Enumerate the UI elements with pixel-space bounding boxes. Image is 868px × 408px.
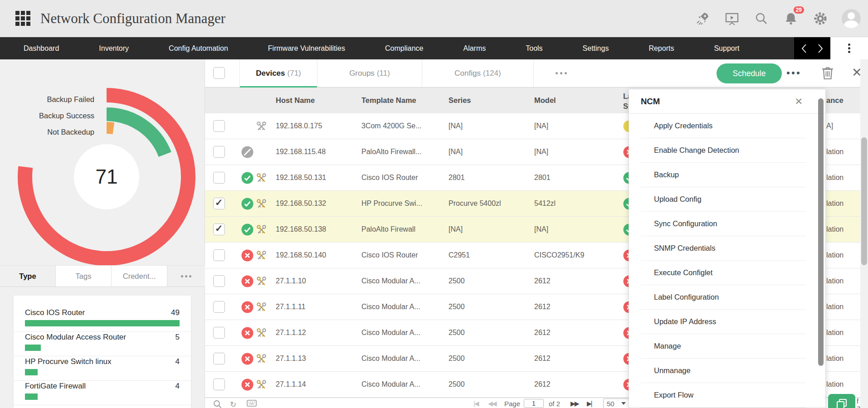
refresh-icon[interactable]: ↻ <box>230 400 236 408</box>
next-page-icon[interactable]: ▶▶ <box>571 400 579 407</box>
credentials-keys-icon <box>256 250 267 263</box>
ncm-menu-item-export-flow[interactable]: Export Flow <box>641 383 806 408</box>
ncm-menu-item-enable-change-detection[interactable]: Enable Change Detection <box>641 138 806 163</box>
ncm-menu-item-execute-configlet[interactable]: Execute Configlet <box>641 261 806 285</box>
ncm-panel-close-icon[interactable]: ✕ <box>795 96 803 107</box>
notification-bell-icon[interactable]: 29 <box>783 10 799 27</box>
col-series[interactable]: Series <box>449 87 471 113</box>
nav-item-reports[interactable]: Reports <box>629 37 694 59</box>
kebab-menu-icon[interactable] <box>848 42 850 54</box>
device-type-row-hp-procurve-switch-linux[interactable]: HP Procurve Switch linux4 <box>14 356 191 381</box>
series-cell: [NA] <box>449 113 463 139</box>
series-cell: 2801 <box>449 165 465 190</box>
page-scrollbar[interactable] <box>860 59 868 408</box>
credentials-keys-icon <box>256 379 267 392</box>
nav-item-settings[interactable]: Settings <box>563 37 629 59</box>
col-compliance-fragment[interactable]: ance <box>826 87 844 113</box>
more-actions-icon[interactable] <box>787 72 800 74</box>
trash-icon[interactable] <box>821 65 834 83</box>
row-checkbox[interactable] <box>213 120 225 132</box>
ncm-menu-item-manage[interactable]: Manage <box>641 334 806 359</box>
nav-item-dashboard[interactable]: Dashboard <box>4 37 79 59</box>
chevron-right-icon[interactable] <box>817 44 824 53</box>
device-type-row-fortigate-firewall[interactable]: FortiGate Firewall4 <box>14 381 191 405</box>
row-checkbox[interactable] <box>213 353 225 364</box>
row-checkbox[interactable] <box>213 223 225 235</box>
model-cell: 2612 <box>534 320 551 345</box>
row-checkbox[interactable] <box>213 172 225 184</box>
page-size-select[interactable]: 50 <box>603 398 629 408</box>
host-name-cell[interactable]: 27.1.1.14 <box>276 372 306 397</box>
device-type-row-cisco-modular-access-router[interactable]: Cisco Modular Access Router5 <box>14 332 191 356</box>
row-checkbox[interactable] <box>213 327 225 339</box>
page-number-input[interactable] <box>524 399 544 408</box>
nav-item-support[interactable]: Support <box>694 37 759 59</box>
sidebar-tabs-more-icon[interactable] <box>167 266 205 287</box>
select-all-checkbox[interactable] <box>213 67 225 79</box>
host-name-cell[interactable]: 27.1.1.13 <box>276 346 306 371</box>
ncm-menu-item-snmp-credentials[interactable]: SNMP Credentials <box>641 236 806 261</box>
chevron-left-icon[interactable] <box>801 44 807 53</box>
col-model[interactable]: Model <box>534 87 556 113</box>
nav-item-compliance[interactable]: Compliance <box>365 37 443 59</box>
ncm-menu-item-backup[interactable]: Backup <box>641 163 806 187</box>
col-template-name[interactable]: Template Name <box>361 87 416 113</box>
host-name-cell[interactable]: 27.1.1.12 <box>276 320 306 345</box>
row-checkbox[interactable] <box>213 379 225 390</box>
ncm-menu-item-label-configuration[interactable]: Label Configuration <box>641 285 806 310</box>
row-checkbox[interactable] <box>213 249 225 261</box>
host-name-cell[interactable]: 192.168.50.131 <box>276 165 326 190</box>
row-checkbox[interactable] <box>213 198 225 209</box>
sidebar-tab-credent[interactable]: Credent... <box>112 266 167 287</box>
schedule-button[interactable]: Schedule <box>717 63 782 83</box>
first-page-icon[interactable]: |◀ <box>473 400 478 407</box>
host-name-cell[interactable]: 27.1.1.11 <box>276 294 306 320</box>
host-name-cell[interactable]: 192.168.115.48 <box>276 139 326 165</box>
rocket-icon[interactable] <box>694 10 711 27</box>
row-checkbox[interactable] <box>213 275 225 287</box>
user-avatar[interactable] <box>842 9 861 28</box>
credentials-keys-icon <box>256 301 267 315</box>
ncm-menu-item-update-ip-address[interactable]: Update IP Address <box>641 310 806 334</box>
row-checkbox[interactable] <box>213 301 225 313</box>
ncm-menu-item-apply-credentials[interactable]: Apply Credentials <box>641 114 806 138</box>
host-name-cell[interactable]: 192.168.0.175 <box>276 113 322 139</box>
host-name-cell[interactable]: 192.168.50.132 <box>276 191 326 216</box>
ncm-menu-item-unmanage[interactable]: Unmanage <box>641 359 806 383</box>
page-scrollbar-thumb[interactable] <box>861 137 867 265</box>
sidebar-tab-type[interactable]: Type <box>0 266 56 287</box>
demo-player-icon[interactable] <box>724 10 740 27</box>
ncm-menu-item-sync-configuration[interactable]: Sync Configuration <box>641 212 806 236</box>
settings-gear-icon[interactable] <box>812 10 829 27</box>
device-type-bar <box>25 345 41 351</box>
nav-item-alarms[interactable]: Alarms <box>443 37 506 59</box>
col-host-name[interactable]: Host Name <box>276 87 315 113</box>
main-tabs-more-icon[interactable] <box>534 59 588 87</box>
nav-item-config-automation[interactable]: Config Automation <box>149 37 248 59</box>
tab-label: Configs <box>454 69 481 78</box>
tab-devices[interactable]: Devices(71) <box>239 59 317 87</box>
model-cell: 2612 <box>534 294 551 320</box>
ncm-panel-scrollbar[interactable] <box>818 98 824 366</box>
host-name-cell[interactable]: 27.1.1.10 <box>276 268 306 294</box>
export-copy-button[interactable] <box>828 394 855 408</box>
list-search-icon[interactable] <box>213 400 222 408</box>
search-icon[interactable] <box>753 10 770 27</box>
nav-items: DashboardInventoryConfig AutomationFirmw… <box>4 37 759 59</box>
host-name-cell[interactable]: 192.168.50.140 <box>276 243 326 268</box>
ncm-menu-item-upload-config[interactable]: Upload Config <box>641 187 806 212</box>
sidebar-tab-tags[interactable]: Tags <box>56 266 112 287</box>
tab-groups[interactable]: Groups(11) <box>317 59 422 87</box>
row-checkbox[interactable] <box>213 146 225 158</box>
keyboard-icon[interactable] <box>247 400 257 408</box>
apps-grid-icon[interactable] <box>15 11 30 26</box>
nav-item-inventory[interactable]: Inventory <box>79 37 149 59</box>
last-page-icon[interactable]: ▶| <box>587 400 591 407</box>
host-name-cell[interactable]: 192.168.50.138 <box>276 217 326 242</box>
tab-label: Devices <box>256 69 285 78</box>
device-type-row-cisco-ios-router[interactable]: Cisco IOS Router49 <box>14 307 191 332</box>
nav-item-firmware-vulnerabilities[interactable]: Firmware Vulnerabilities <box>248 37 365 59</box>
prev-page-icon[interactable]: ◀◀ <box>488 400 496 407</box>
tab-configs[interactable]: Configs(124) <box>422 59 534 87</box>
nav-item-tools[interactable]: Tools <box>506 37 562 59</box>
